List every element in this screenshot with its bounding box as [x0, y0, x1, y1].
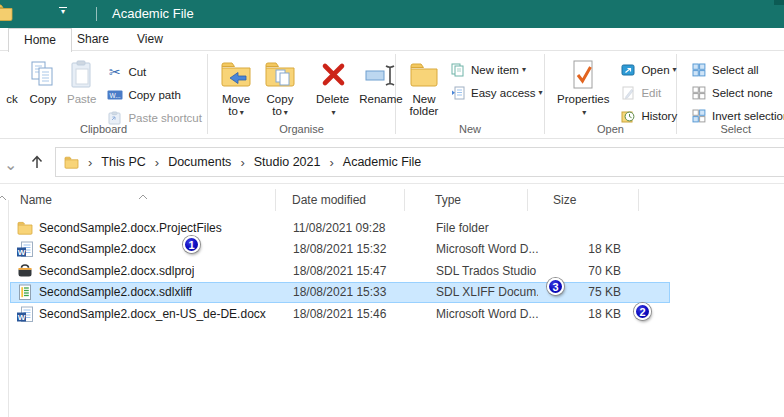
invert-selection-icon	[690, 109, 707, 123]
word-icon: W	[17, 241, 33, 257]
properties-icon	[570, 57, 596, 93]
copy-to-icon	[263, 57, 297, 93]
paste-button[interactable]: Paste	[62, 51, 101, 105]
breadcrumb-item[interactable]: Documents	[166, 155, 233, 169]
column-header-type[interactable]: Type	[414, 193, 537, 207]
tab-home[interactable]: Home	[8, 28, 72, 52]
file-row[interactable]: WSecondSample2.docx_en-US_de-DE.docx18/0…	[10, 303, 670, 325]
open-button[interactable]: Open ▾	[614, 58, 682, 81]
annotation-badge-1: 1	[183, 236, 200, 253]
file-name-cell: WSecondSample2.docx	[11, 241, 286, 257]
group-label-new: New	[396, 123, 544, 135]
select-none-button[interactable]: Select none	[685, 81, 784, 104]
paste-icon	[68, 57, 96, 93]
ribbon-group-select: Select all Select none Invert selection …	[677, 51, 784, 138]
edit-button[interactable]: Edit	[614, 81, 682, 104]
copy-icon	[29, 57, 57, 93]
breadcrumb: ›This PC›Documents›Studio 2021›Academic …	[81, 155, 423, 170]
column-separator[interactable]	[527, 189, 528, 211]
address-box[interactable]: ›This PC›Documents›Studio 2021›Academic …	[55, 147, 784, 177]
file-date-cell: 11/08/2021 09:28	[286, 221, 415, 235]
file-name: SecondSample2.docx.sdlxliff	[39, 285, 192, 299]
file-type-cell: SDL Trados Studio ...	[415, 264, 538, 278]
chevron-down-icon: ▾	[539, 88, 543, 97]
copy-button[interactable]: Copy	[24, 51, 62, 105]
file-name: SecondSample2.docx_en-US_de-DE.docx	[39, 307, 266, 321]
copy-path-button[interactable]: W... Copy path	[101, 83, 207, 106]
new-folder-button[interactable]: New folder	[404, 51, 444, 117]
file-name: SecondSample2.docx	[39, 242, 156, 256]
file-date-cell: 18/08/2021 15:47	[286, 264, 415, 278]
select-all-icon	[690, 63, 707, 77]
chevron-down-icon: ▾	[673, 65, 677, 74]
file-name: SecondSample2.docx.ProjectFiles	[39, 221, 222, 235]
file-name: SecondSample2.docx.sdlproj	[39, 264, 194, 278]
rename-icon	[364, 57, 398, 93]
word-icon: W	[17, 306, 33, 322]
file-name-cell: SecondSample2.docx.sdlproj	[11, 263, 286, 279]
tab-view[interactable]: View	[122, 28, 178, 51]
quick-access-toolbar-dropdown[interactable]: ▾	[56, 7, 70, 15]
file-type-cell: File folder	[415, 221, 538, 235]
nav-pane-divider[interactable]	[8, 200, 9, 417]
file-row[interactable]: SecondSample2.docx.sdlproj18/08/2021 15:…	[10, 260, 670, 282]
cut-button[interactable]: ✂ Cut	[101, 60, 207, 83]
new-folder-icon	[409, 57, 439, 93]
edit-icon	[619, 86, 636, 100]
breadcrumb-item[interactable]: Studio 2021	[252, 155, 323, 169]
properties-button[interactable]: Properties ▾	[552, 51, 614, 119]
select-all-button[interactable]: Select all	[685, 58, 784, 81]
up-arrow-button[interactable]	[28, 153, 46, 175]
window-folder-icon	[0, 4, 13, 25]
delete-icon	[319, 57, 347, 93]
pin-to-quick-access-button[interactable]: ck	[0, 51, 24, 105]
file-row[interactable]: SecondSample2.docx.sdlxliff18/08/2021 15…	[10, 282, 670, 304]
annotation-badge-2: 2	[634, 303, 651, 320]
nav-pane-scroll-chevron-icon	[0, 187, 7, 205]
file-date-cell: 18/08/2021 15:32	[286, 242, 415, 256]
file-explorer-window: ▾ Academic File Home Share View ck Copy …	[0, 0, 784, 417]
copy-to-button[interactable]: Copy to▾	[258, 51, 302, 119]
column-separator[interactable]	[638, 189, 639, 211]
file-name-cell: SecondSample2.docx.ProjectFiles	[11, 220, 286, 236]
history-chevron-icon[interactable]: ⌄	[4, 155, 17, 174]
file-type-cell: SDL XLIFF Docum...	[415, 285, 538, 299]
address-bar-row: ⌄ ›This PC›Documents›Studio 2021›Academi…	[0, 140, 784, 184]
breadcrumb-separator-icon: ›	[148, 155, 166, 170]
chevron-down-icon: ▾	[56, 9, 70, 15]
easy-access-button[interactable]: Easy access ▾	[444, 81, 548, 104]
group-label-clipboard: Clipboard	[0, 123, 207, 135]
file-name-cell: WSecondSample2.docx_en-US_de-DE.docx	[11, 306, 286, 322]
folder-icon	[17, 220, 33, 236]
ribbon: ck Copy Paste ✂ Cut W... Copy path	[0, 51, 784, 139]
file-row[interactable]: WSecondSample2.docx18/08/2021 15:32Micro…	[10, 239, 670, 261]
file-date-cell: 18/08/2021 15:33	[286, 285, 415, 299]
cut-icon: ✂	[106, 65, 123, 79]
breadcrumb-item[interactable]: This PC	[99, 155, 147, 169]
file-size-cell: 70 KB	[538, 264, 649, 278]
sdlxliff-icon	[17, 284, 33, 300]
chevron-down-icon: ▾	[582, 108, 586, 117]
group-label-organise: Organise	[208, 123, 395, 135]
column-separator[interactable]	[275, 189, 276, 211]
file-name-cell: SecondSample2.docx.sdlxliff	[11, 284, 286, 300]
titlebar-corner-notch	[774, 0, 784, 5]
chevron-down-icon: ▾	[284, 108, 288, 117]
svg-text:W...: W...	[109, 91, 120, 98]
ribbon-group-new: New folder New item ▾ Easy access ▾ New	[396, 51, 544, 138]
breadcrumb-separator-icon: ›	[81, 155, 99, 170]
move-to-button[interactable]: Move to▾	[214, 51, 258, 119]
column-header-size[interactable]: Size	[537, 193, 648, 207]
new-item-button[interactable]: New item ▾	[444, 58, 548, 81]
breadcrumb-item[interactable]: Academic File	[341, 155, 424, 169]
column-header-date-modified[interactable]: Date modified	[285, 193, 414, 207]
chevron-down-icon: ▾	[240, 108, 244, 117]
easy-access-icon	[449, 86, 466, 100]
select-none-icon	[690, 86, 707, 100]
ribbon-group-open: Properties ▾ Open ▾ Edit History Open	[545, 51, 676, 138]
file-row[interactable]: SecondSample2.docx.ProjectFiles11/08/202…	[10, 217, 670, 239]
file-date-cell: 18/08/2021 15:46	[286, 307, 415, 321]
copy-path-icon: W...	[106, 89, 123, 101]
delete-button[interactable]: Delete ▾	[311, 51, 354, 119]
column-separator[interactable]	[404, 189, 405, 211]
